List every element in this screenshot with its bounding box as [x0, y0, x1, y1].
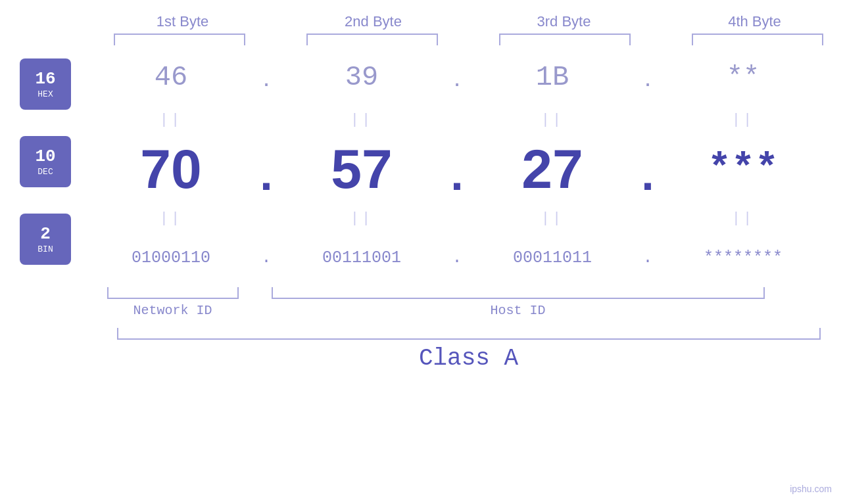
hex-row: 46 . 39 . 1B . ** [92, 49, 845, 106]
bottom-brackets [107, 287, 831, 299]
host-id-label: Host ID [272, 303, 765, 318]
hex-b2: 39 [283, 62, 441, 93]
hex-dot1: . [250, 64, 283, 92]
byte3-header: 3rd Byte [492, 13, 637, 30]
eq1-b2: || [283, 112, 441, 128]
bin-badge-label: BIN [37, 244, 53, 254]
eq1-b4: || [664, 112, 822, 128]
byte1-header: 1st Byte [110, 13, 255, 30]
dec-dot1: . [250, 138, 283, 200]
equals-row-1: || || || || [92, 106, 845, 133]
main-container: 1st Byte 2nd Byte 3rd Byte 4th Byte 16 H… [0, 0, 845, 504]
top-brackets [107, 34, 831, 45]
id-labels: Network ID Host ID [107, 303, 831, 318]
bin-badge: 2 BIN [20, 214, 71, 265]
bin-b2: 00111001 [283, 248, 441, 267]
network-id-label: Network ID [107, 303, 239, 318]
eq2-b2: || [283, 210, 441, 227]
dec-row: 70 . 57 . 27 . *** [92, 133, 845, 205]
bin-dot1: . [250, 248, 283, 267]
byte-headers: 1st Byte 2nd Byte 3rd Byte 4th Byte [107, 13, 831, 30]
bracket-byte4 [692, 34, 823, 45]
equals-row-2: || || || || [92, 205, 845, 231]
network-id-bracket [107, 287, 239, 299]
eq2-b3: || [473, 210, 631, 227]
hex-dot3: . [631, 64, 664, 92]
bracket-byte3 [499, 34, 631, 45]
dec-b3: 27 [473, 137, 631, 201]
watermark: ipshu.com [790, 484, 832, 494]
byte4-header: 4th Byte [683, 13, 827, 30]
dec-badge: 10 DEC [20, 136, 71, 187]
byte2-header: 2nd Byte [301, 13, 446, 30]
bin-b3: 00011011 [473, 248, 631, 267]
bracket-byte1 [114, 34, 245, 45]
hex-b1: 46 [92, 62, 250, 93]
dec-b4: *** [664, 147, 822, 191]
eq2-b1: || [92, 210, 250, 227]
class-bracket [117, 328, 821, 340]
dec-dot3: . [631, 138, 664, 200]
class-label: Class A [117, 345, 821, 372]
bin-dot2: . [441, 248, 473, 267]
bin-b4: ******** [664, 248, 822, 267]
class-bracket-wrapper [117, 328, 821, 340]
host-id-bracket [272, 287, 765, 299]
dec-b2: 57 [283, 137, 441, 201]
dec-badge-label: DEC [37, 167, 53, 177]
bin-dot3: . [631, 248, 664, 267]
dec-badge-number: 10 [35, 147, 55, 167]
data-rows: 46 . 39 . 1B . ** || || || || 70 [92, 49, 845, 284]
eq2-b4: || [664, 210, 822, 227]
hex-b3: 1B [473, 62, 631, 93]
dec-b1: 70 [92, 137, 250, 201]
hex-badge-number: 16 [35, 69, 55, 89]
badges-column: 16 HEX 10 DEC 2 BIN [0, 49, 92, 284]
bracket-byte2 [306, 34, 438, 45]
eq1-b1: || [92, 112, 250, 128]
bin-row: 01000110 . 00111001 . 00011011 . *******… [92, 231, 845, 284]
bin-badge-number: 2 [40, 224, 51, 244]
hex-dot2: . [441, 64, 473, 92]
bin-b1: 01000110 [92, 248, 250, 267]
dec-dot2: . [441, 138, 473, 200]
eq1-b3: || [473, 112, 631, 128]
data-section: 16 HEX 10 DEC 2 BIN 46 . 39 [0, 49, 845, 284]
hex-badge-label: HEX [37, 89, 53, 99]
hex-badge: 16 HEX [20, 58, 71, 110]
hex-b4: ** [664, 62, 822, 93]
